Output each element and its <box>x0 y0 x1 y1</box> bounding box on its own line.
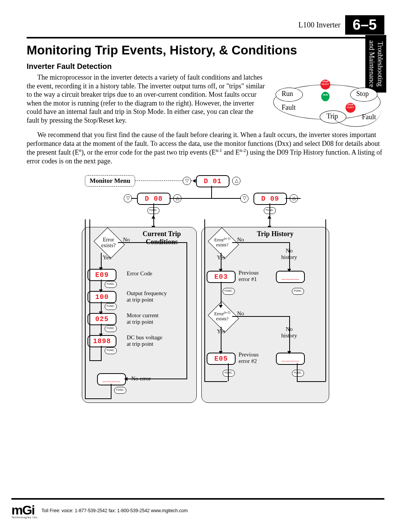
display-d09: D 09 <box>253 193 287 205</box>
paragraph-2: We recommend that you first find the cau… <box>27 131 384 165</box>
label-output-frequency: Output frequencyat trip point <box>127 290 167 304</box>
label-previous-error-1: Previouserror #1 <box>239 270 259 283</box>
current-trip-title: Current TripConditions <box>131 230 192 246</box>
footer-contact: Toll Free: voice: 1-877-539-2542 fax: 1-… <box>41 508 188 513</box>
display-025: 025 <box>88 313 116 325</box>
down-arrow-icon: ▽ <box>124 194 132 203</box>
state-diagram: Run Stop Trip Fault Fault STOPRESET RUN … <box>270 73 384 128</box>
func-button: FUNC. <box>223 370 235 377</box>
display-1898: 1898 <box>88 335 116 347</box>
stop-reset-icon: STOPRESET <box>320 80 330 89</box>
func-button: FUNC. <box>105 347 117 354</box>
func-button: FUNC. <box>292 288 304 295</box>
func-button: FUNC. <box>292 370 304 377</box>
monitor-menu-box: Monitor Menu <box>85 175 135 187</box>
label-motor-current: Motor currentat trip point <box>127 312 159 326</box>
label-previous-error-2: Previouserror #2 <box>239 351 259 365</box>
state-run: Run <box>282 90 293 98</box>
flow-diagram: Monitor Menu D 01 ▽ △ D 08 ▽ △ FUNC. D 0… <box>82 170 329 406</box>
down-arrow-icon: ▽ <box>183 177 191 185</box>
display-blank: ____ <box>276 353 305 365</box>
label-yes: Yes <box>103 254 111 261</box>
error-n2-decision: Error(n-2)exists? <box>209 311 236 321</box>
page-title: Monitoring Trip Events, History, & Condi… <box>27 43 384 58</box>
display-d01: D 01 <box>196 175 229 187</box>
section-title: Inverter Fault Detection <box>27 62 384 71</box>
display-blank: ____ <box>97 373 126 385</box>
func-button: FUNC. <box>105 325 117 332</box>
display-e09: E09 <box>88 269 116 281</box>
func-button: FUNC. <box>105 281 117 288</box>
down-arrow-icon: ▽ <box>240 194 249 203</box>
func-button: FUNC. <box>114 387 126 394</box>
func-button: FUNC. <box>223 288 235 295</box>
up-arrow-icon: △ <box>232 177 241 185</box>
page-number: 6–5 <box>345 15 384 35</box>
func-button: FUNC. <box>105 303 117 310</box>
page-footer: mGi Technologies Inc. Toll Free: voice: … <box>11 498 384 519</box>
display-e03: E03 <box>207 271 236 283</box>
run-icon: RUN <box>321 92 330 101</box>
display-100: 100 <box>88 291 116 303</box>
display-e05: E05 <box>207 353 236 365</box>
company-logo: mGi Technologies Inc. <box>11 503 38 519</box>
header-product: L100 Inverter <box>298 21 341 29</box>
error-n1-decision: Error(n-1)exists? <box>209 237 236 248</box>
header-rule <box>27 37 384 38</box>
label-dc-bus-voltage: DC bus voltageat trip point <box>127 334 162 348</box>
display-blank: ____ <box>276 271 305 283</box>
trip-history-title: Trip History <box>257 230 293 238</box>
label-error-code: Error Code <box>127 270 152 277</box>
label-fault-left: Fault <box>282 104 296 112</box>
